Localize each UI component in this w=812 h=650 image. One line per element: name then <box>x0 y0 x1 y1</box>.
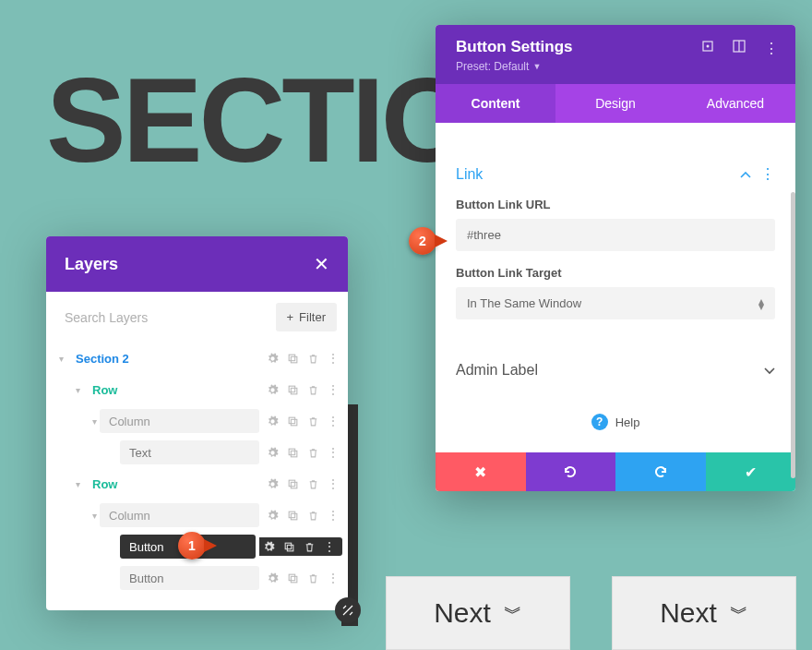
search-input[interactable] <box>65 310 269 325</box>
tree-row-module[interactable]: Text⋮ <box>52 437 342 468</box>
section-admin-header[interactable]: Admin Label <box>456 362 775 379</box>
more-icon[interactable]: ⋮ <box>324 443 342 462</box>
link-url-input[interactable] <box>456 219 775 251</box>
close-icon[interactable]: ✕ <box>314 253 329 275</box>
more-icon[interactable]: ⋮ <box>324 475 342 493</box>
tree-item-label[interactable]: Text <box>120 440 259 464</box>
callout-1: 1 <box>178 532 206 560</box>
tab-content[interactable]: Content <box>436 84 555 123</box>
caret-icon[interactable]: ▾ <box>89 511 100 521</box>
tree-item-label[interactable]: Row <box>83 472 259 496</box>
caret-icon[interactable]: ▾ <box>89 416 100 427</box>
duplicate-icon[interactable] <box>283 475 302 493</box>
duplicate-icon[interactable] <box>283 506 302 524</box>
duplicate-icon[interactable] <box>283 380 302 399</box>
svg-rect-2 <box>289 386 295 392</box>
more-icon[interactable]: ⋮ <box>324 569 342 587</box>
filter-button[interactable]: + Filter <box>276 303 337 331</box>
section-admin-title: Admin Label <box>456 362 538 379</box>
tree-item-label[interactable]: Column <box>100 409 259 433</box>
chevron-down-double-icon: ︾ <box>730 608 748 618</box>
gear-icon[interactable] <box>263 349 281 367</box>
trash-icon[interactable] <box>304 569 322 587</box>
tree-row-column[interactable]: ▾Column⋮ <box>52 500 342 531</box>
duplicate-icon[interactable] <box>283 569 302 587</box>
more-icon[interactable]: ⋮ <box>320 537 339 556</box>
tree-item-label[interactable]: Button <box>120 566 259 590</box>
header-icons: ⋮ <box>701 40 779 54</box>
undo-button[interactable] <box>526 452 616 491</box>
gear-icon[interactable] <box>259 537 278 556</box>
svg-rect-10 <box>289 512 295 518</box>
next-button-2[interactable]: Next ︾ <box>612 576 796 650</box>
duplicate-icon[interactable] <box>283 412 302 430</box>
next-button-1[interactable]: Next ︾ <box>386 576 570 650</box>
svg-rect-14 <box>289 574 295 581</box>
more-icon[interactable]: ⋮ <box>760 165 775 183</box>
svg-rect-0 <box>289 355 295 361</box>
link-url-label: Button Link URL <box>456 198 775 211</box>
svg-rect-7 <box>291 451 297 457</box>
svg-rect-13 <box>287 545 293 551</box>
svg-rect-15 <box>291 576 297 583</box>
expand-icon[interactable] <box>701 40 716 54</box>
link-target-select[interactable]: In The Same Window ▴▾ <box>456 287 775 319</box>
save-button[interactable]: ✔ <box>706 452 796 491</box>
caret-icon[interactable]: ▾ <box>55 354 66 364</box>
tree-row-row[interactable]: ▾Row⋮ <box>52 468 342 500</box>
scrollbar[interactable] <box>791 192 795 478</box>
svg-rect-11 <box>291 513 297 520</box>
gear-icon[interactable] <box>263 506 281 524</box>
more-icon[interactable]: ⋮ <box>324 349 342 367</box>
gear-icon[interactable] <box>263 412 281 430</box>
layers-search-row: + Filter <box>46 292 348 343</box>
tree-row-section[interactable]: ▾Section 2⋮ <box>52 343 342 374</box>
trash-icon[interactable] <box>304 349 322 367</box>
duplicate-icon[interactable] <box>283 349 302 367</box>
select-caret-icon: ▴▾ <box>758 298 764 309</box>
tab-advanced[interactable]: Advanced <box>675 84 795 123</box>
more-icon[interactable]: ⋮ <box>324 380 342 399</box>
caret-icon[interactable]: ▾ <box>72 385 83 395</box>
trash-icon[interactable] <box>304 506 322 524</box>
tree-row-column[interactable]: ▾Column⋮ <box>52 405 342 437</box>
duplicate-icon[interactable] <box>280 537 298 556</box>
gear-icon[interactable] <box>263 475 281 493</box>
tree-item-label[interactable]: Section 2 <box>66 346 259 370</box>
preset-selector[interactable]: Preset: Default ▼ <box>456 60 779 73</box>
trash-icon[interactable] <box>304 412 322 430</box>
svg-rect-4 <box>289 417 295 424</box>
help-label: Help <box>615 415 640 429</box>
svg-rect-9 <box>291 482 297 488</box>
tree-row-module[interactable]: Button⋮ <box>52 562 342 594</box>
tree-row-row[interactable]: ▾Row⋮ <box>52 374 342 405</box>
trash-icon[interactable] <box>300 537 318 556</box>
duplicate-icon[interactable] <box>283 443 302 462</box>
redo-button[interactable] <box>615 452 706 491</box>
layers-header: Layers ✕ <box>46 236 348 292</box>
columns-icon[interactable] <box>733 40 747 54</box>
gear-icon[interactable] <box>263 569 281 587</box>
more-icon[interactable]: ⋮ <box>324 412 342 430</box>
svg-rect-1 <box>291 356 297 363</box>
chevron-up-icon <box>740 166 751 183</box>
caret-icon[interactable]: ▾ <box>72 479 83 489</box>
link-target-label: Button Link Target <box>456 266 775 280</box>
tab-design[interactable]: Design <box>555 84 675 123</box>
more-icon[interactable]: ⋮ <box>324 506 342 524</box>
trash-icon[interactable] <box>304 475 322 493</box>
cancel-button[interactable]: ✖ <box>436 452 526 491</box>
trash-icon[interactable] <box>304 380 322 399</box>
more-icon[interactable]: ⋮ <box>764 40 779 54</box>
gear-icon[interactable] <box>263 380 281 399</box>
tree-item-label[interactable]: Row <box>83 378 259 402</box>
section-link-header[interactable]: Link ⋮ <box>456 165 775 183</box>
help-row[interactable]: ? Help <box>456 414 775 430</box>
trash-icon[interactable] <box>304 443 322 462</box>
tree-item-label[interactable]: Column <box>100 503 259 527</box>
resize-handle-icon[interactable] <box>335 597 361 623</box>
gear-icon[interactable] <box>263 443 281 462</box>
chevron-down-icon <box>764 362 775 379</box>
action-bar: ✖ ✔ <box>436 452 795 491</box>
callout-2: 2 <box>409 227 436 255</box>
